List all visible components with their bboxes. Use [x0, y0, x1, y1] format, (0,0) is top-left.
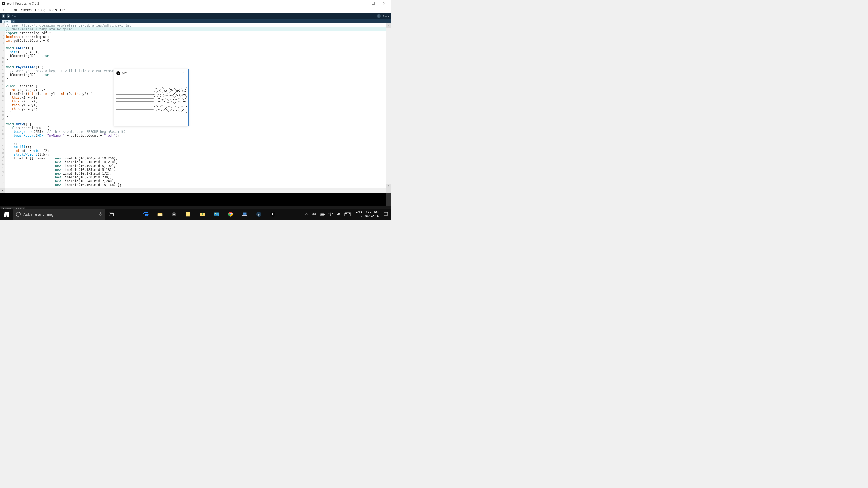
menu-debug[interactable]: Debug	[33, 7, 47, 12]
code-line[interactable]: this.x2 = x2;	[6, 99, 386, 103]
code-line[interactable]: new LineInfo(10,230,mid,230),	[6, 175, 386, 179]
edge-icon[interactable]	[140, 209, 152, 220]
code-line[interactable]: new LineInfo(10,240,mid+2,240),	[6, 179, 386, 183]
code-line[interactable]: this.y2 = y2;	[6, 107, 386, 111]
volume-icon[interactable]	[336, 212, 341, 217]
code-line[interactable]: int x1, x2, y1, y2;	[6, 88, 386, 92]
run-button[interactable]: ▶	[2, 14, 5, 18]
windows-logo-icon	[4, 212, 9, 217]
mic-icon[interactable]	[99, 212, 102, 217]
taskbar-apps: p	[117, 209, 301, 220]
code-line[interactable]: strokeWeight(1.5);	[6, 153, 386, 156]
editor-hscrollbar[interactable]: ◂ ▸	[0, 188, 391, 193]
code-line[interactable]: LineInfo[] lines = { new LineInfo(10,200…	[6, 156, 386, 160]
photos-icon[interactable]	[211, 209, 222, 220]
code-line[interactable]: if (bRecordingPDF) {	[6, 126, 386, 130]
code-line[interactable]: size(600, 400);	[6, 50, 386, 54]
code-line[interactable]: bRecordingPDF = true;	[6, 54, 386, 58]
wifi-icon[interactable]	[328, 212, 333, 217]
menu-tools[interactable]: Tools	[47, 7, 58, 12]
code-line[interactable]: }	[6, 115, 386, 119]
close-button[interactable]: ✕	[381, 1, 387, 6]
scroll-right-icon[interactable]: ▸	[386, 188, 391, 193]
code-line[interactable]: }	[6, 58, 386, 62]
scroll-up-icon[interactable]: ▴	[386, 23, 391, 28]
code-line[interactable]	[6, 80, 386, 84]
processing-taskbar-icon[interactable]: p	[253, 209, 265, 220]
code-editor[interactable]: 1234567891011121314151617181920212223242…	[0, 23, 391, 188]
editor-vscrollbar[interactable]: ▴ ▾	[386, 23, 391, 188]
sketch-maximize-button[interactable]: ☐	[174, 70, 179, 76]
code-line[interactable]: int mid = width/2;	[6, 149, 386, 153]
menu-edit[interactable]: Edit	[10, 7, 19, 12]
code-line[interactable]: class LineInfo {	[6, 84, 386, 88]
sketch-minimize-button[interactable]: ─	[166, 70, 172, 76]
code-line[interactable]: this.y1 = y1;	[6, 103, 386, 107]
code-line[interactable]	[6, 62, 386, 65]
console-vscrollbar[interactable]	[386, 193, 391, 206]
code-line[interactable]: new LineInfo(10,210,mid-10,210),	[6, 160, 386, 164]
sketch-taskbar-icon[interactable]	[267, 209, 279, 220]
code-line[interactable]: boolean bRecordingPDF;	[6, 35, 386, 39]
code-line[interactable]: new LineInfo(10,185,mid-5,185),	[6, 168, 386, 172]
dropbox-icon[interactable]	[312, 212, 317, 217]
code-line[interactable]: }	[6, 111, 386, 115]
mode-selector[interactable]: Java ▾	[383, 15, 389, 18]
code-line[interactable]: void setup() {	[6, 46, 386, 50]
region-code: US	[358, 214, 362, 218]
code-line[interactable]: //--------------------------	[6, 141, 386, 145]
store-icon[interactable]	[168, 209, 180, 220]
task-view-button[interactable]	[105, 209, 117, 220]
battery-icon[interactable]	[320, 212, 325, 217]
svg-point-0	[378, 15, 379, 17]
sticky-notes-icon[interactable]	[182, 209, 194, 220]
code-line[interactable]: new LineInfo(10,190,mid+5,190),	[6, 164, 386, 168]
code-line[interactable]: import processing.pdf.*;	[6, 31, 386, 35]
code-line[interactable]	[6, 137, 386, 141]
sketch-titlebar[interactable]: ▶ plot ─ ☐ ✕	[114, 69, 188, 77]
code-line[interactable]: background(255); // this should come BEF…	[6, 130, 386, 134]
debug-icon[interactable]	[377, 14, 380, 18]
tray-expand-icon[interactable]	[304, 212, 309, 217]
file-explorer-icon[interactable]	[154, 209, 166, 220]
code-line[interactable]: noFill();	[6, 145, 386, 149]
code-line[interactable]: void draw() {	[6, 122, 386, 126]
start-button[interactable]	[0, 209, 13, 220]
code-line[interactable]: }	[6, 77, 386, 80]
menu-help[interactable]: Help	[59, 7, 69, 12]
stop-button[interactable]: ■	[6, 14, 10, 18]
action-center-icon[interactable]	[381, 209, 391, 220]
cortana-search[interactable]: Ask me anything	[13, 209, 105, 220]
sketch-output-window[interactable]: ▶ plot ─ ☐ ✕	[114, 69, 188, 126]
maximize-button[interactable]: ☐	[371, 1, 376, 6]
code-line[interactable]: // see https://processing.org/reference/…	[6, 24, 386, 27]
code-content[interactable]: // see https://processing.org/reference/…	[6, 23, 386, 188]
scroll-down-icon[interactable]: ▾	[386, 184, 391, 188]
code-line[interactable]: new LineInfo(10,172,mid,172),	[6, 172, 386, 175]
menu-sketch[interactable]: Sketch	[19, 7, 33, 12]
tab-plot[interactable]: plot	[2, 20, 10, 23]
code-line[interactable]	[6, 119, 386, 122]
menu-file[interactable]: File	[1, 7, 10, 12]
keyboard-icon[interactable]	[344, 212, 351, 217]
code-line[interactable]: beginRecord(PDF, "myName_" + pdfOutputCo…	[6, 134, 386, 137]
minimize-button[interactable]: ─	[360, 1, 365, 6]
code-line[interactable]	[6, 42, 386, 46]
laptop-icon[interactable]	[239, 209, 251, 220]
code-line[interactable]: this.x1 = x1;	[6, 96, 386, 99]
sketch-close-button[interactable]: ✕	[181, 70, 186, 76]
code-line[interactable]: new LineInfo(10,168,mid-15,168) };	[6, 183, 386, 187]
code-line[interactable]: // When you press a key, it will initiat…	[6, 69, 386, 73]
tab-new[interactable]: ▾	[11, 20, 16, 23]
code-line[interactable]: void keyPressed() {	[6, 65, 386, 69]
run-label: Run	[12, 15, 16, 18]
code-line[interactable]: // deliverable04 template by golan	[0, 27, 391, 31]
taskbar-clock[interactable]: ENG12:40 PM US9/29/2016	[353, 210, 381, 218]
downloads-folder-icon[interactable]	[196, 209, 208, 220]
scroll-left-icon[interactable]: ◂	[0, 188, 5, 193]
sketch-canvas	[114, 77, 188, 126]
code-line[interactable]: bRecordingPDF = true;	[6, 73, 386, 77]
code-line[interactable]: int pdfOutputCount = 0;	[6, 39, 386, 42]
chrome-icon[interactable]	[225, 209, 237, 220]
code-line[interactable]: LineInfo(int x1, int y1, int x2, int y2)…	[6, 92, 386, 96]
